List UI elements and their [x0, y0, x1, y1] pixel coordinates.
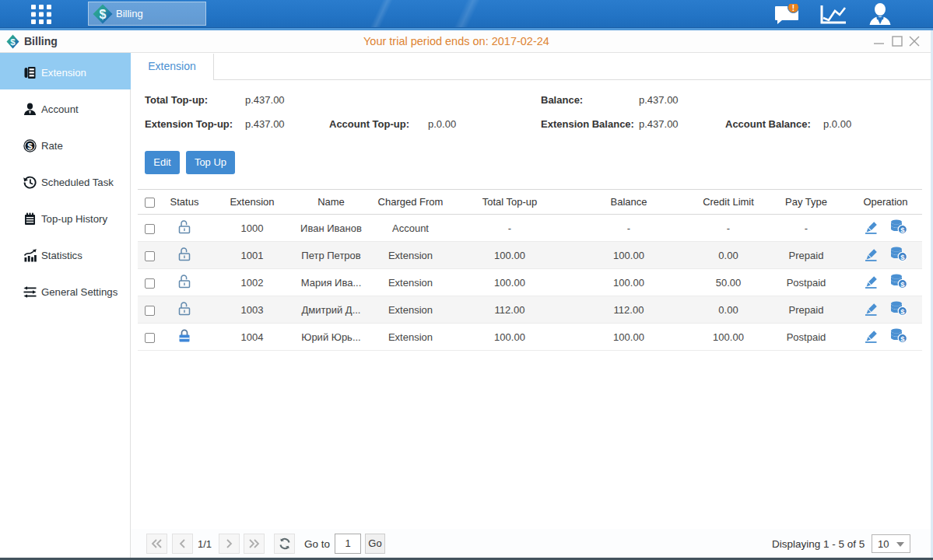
svg-text:$: $: [27, 141, 33, 150]
svg-text:$: $: [900, 226, 905, 234]
svg-text:$: $: [900, 253, 905, 261]
svg-text:!: !: [792, 4, 794, 12]
svg-text:$: $: [900, 334, 905, 343]
svg-text:$: $: [900, 280, 905, 289]
svg-text:$: $: [900, 307, 905, 316]
svg-text:$: $: [100, 7, 107, 20]
svg-text:$: $: [10, 37, 16, 47]
